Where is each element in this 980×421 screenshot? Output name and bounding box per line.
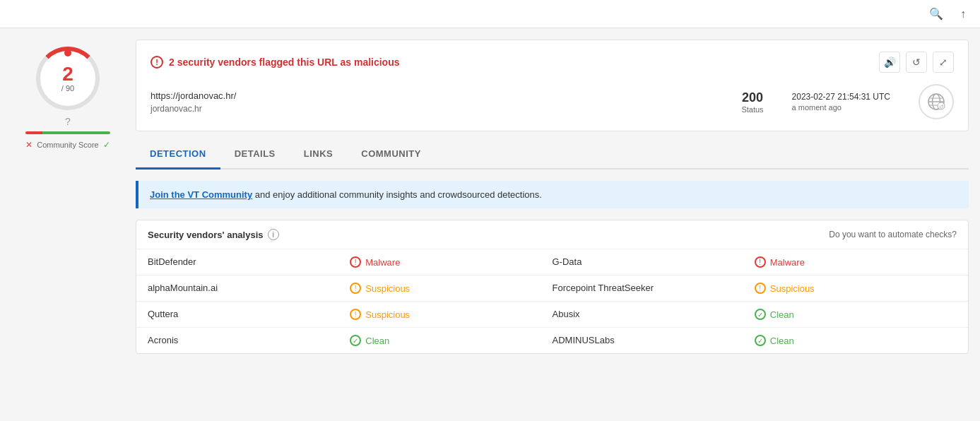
community-banner: Join the VT Community and enjoy addition…	[136, 181, 969, 208]
verdict-icon: ✓	[350, 335, 361, 346]
verdict-icon-2: !	[755, 283, 766, 294]
verdict-icon-2: ✓	[755, 309, 766, 320]
table-row: BitDefender ! Malware G-Data ! Malware	[136, 249, 968, 275]
verdict-text: Clean	[365, 336, 389, 346]
verdict-text-2: Suspicious	[770, 283, 815, 294]
globe-icon: ↺	[919, 84, 954, 119]
verdict-cell: ! Suspicious	[350, 309, 552, 320]
alert-datetime: 2023-02-27 21:54:31 UTC a moment ago	[792, 92, 890, 112]
vendor-list: BitDefender ! Malware G-Data ! Malware a…	[136, 249, 968, 353]
alert-actions: 🔊 ↺ ⤢	[879, 52, 954, 73]
top-bar: 🔍 ↑	[0, 0, 980, 28]
alert-status: 200 Status	[741, 90, 763, 114]
community-banner-text: and enjoy additional community insights …	[252, 189, 542, 200]
table-row: alphaMountain.ai ! Suspicious Forcepoint…	[136, 275, 968, 302]
verdict-cell: ✓ Clean	[350, 335, 552, 346]
datetime-text: 2023-02-27 21:54:31 UTC	[792, 92, 890, 102]
security-title-text: Security vendors' analysis	[148, 230, 264, 240]
table-row: Quttera ! Suspicious Abusix ✓ Clean	[136, 302, 968, 328]
tabs: DETECTION DETAILS LINKS COMMUNITY	[136, 140, 969, 170]
verdict-icon-2: ✓	[755, 335, 766, 346]
alert-url-sub: jordanovac.hr	[150, 104, 713, 114]
table-row: Acronis ✓ Clean ADMINUSLabs ✓ Clean	[136, 328, 968, 353]
score-dot	[64, 49, 71, 57]
x-icon: ✕	[25, 140, 33, 150]
verdict-text-2: Malware	[770, 257, 805, 268]
verdict-icon-2: !	[755, 256, 766, 268]
verdict-icon: !	[350, 309, 361, 320]
alert-header: ! 2 security vendors flagged this URL as…	[150, 52, 954, 73]
tab-community[interactable]: COMMUNITY	[347, 140, 435, 170]
info-icon[interactable]: i	[268, 229, 279, 240]
score-circle: 2 / 90	[36, 47, 100, 110]
vendor-name: Quttera	[148, 309, 350, 320]
security-header: Security vendors' analysis i Do you want…	[136, 220, 968, 249]
vendor-name-2: Forcepoint ThreatSeeker	[553, 283, 755, 294]
alert-title: ! 2 security vendors flagged this URL as…	[150, 56, 400, 69]
verdict-text: Malware	[365, 257, 400, 268]
search-icon[interactable]: 🔍	[926, 4, 946, 24]
vendor-name: BitDefender	[148, 256, 350, 268]
refresh-icon[interactable]: ↺	[906, 52, 927, 73]
score-bar	[25, 131, 110, 134]
verdict-text-2: Clean	[770, 336, 794, 346]
alert-icon: !	[150, 56, 163, 69]
alert-url-main: https://jordanovac.hr/	[150, 90, 713, 101]
vendor-name-2: Abusix	[553, 309, 755, 320]
tab-detection[interactable]: DETECTION	[136, 140, 220, 170]
score-total: / 90	[61, 84, 74, 93]
expand-icon[interactable]: ⤢	[933, 52, 954, 73]
score-panel: 2 / 90 ? ✕ Community Score ✓	[11, 40, 124, 354]
score-label-row: ✕ Community Score ✓	[25, 140, 110, 150]
community-score-label: Community Score	[37, 141, 98, 149]
verdict-icon: !	[350, 256, 361, 268]
vendor-name-2: ADMINUSLabs	[553, 335, 755, 346]
tab-links[interactable]: LINKS	[290, 140, 348, 170]
verdict-cell-2: ✓ Clean	[755, 309, 957, 320]
automate-link[interactable]: Do you want to automate checks?	[829, 230, 957, 239]
svg-text:↺: ↺	[939, 104, 944, 110]
verdict-cell: ! Suspicious	[350, 283, 552, 294]
verdict-cell-2: ! Suspicious	[755, 283, 957, 294]
status-code: 200	[741, 90, 763, 105]
score-number: 2	[62, 64, 73, 84]
timeago-text: a moment ago	[792, 103, 890, 112]
alert-box: ! 2 security vendors flagged this URL as…	[136, 40, 969, 131]
main-content: 2 / 90 ? ✕ Community Score ✓ ! 2 securit…	[0, 28, 980, 365]
security-header-title: Security vendors' analysis i	[148, 229, 279, 240]
check-icon: ✓	[103, 140, 110, 150]
join-community-link[interactable]: Join the VT Community	[150, 189, 252, 200]
alert-urls: https://jordanovac.hr/ jordanovac.hr	[150, 90, 713, 114]
status-label: Status	[741, 105, 763, 114]
audio-icon[interactable]: 🔊	[879, 52, 900, 73]
verdict-text-2: Clean	[770, 309, 794, 320]
alert-details: https://jordanovac.hr/ jordanovac.hr 200…	[150, 84, 954, 119]
upload-icon[interactable]: ↑	[953, 4, 973, 24]
alert-title-text: 2 security vendors flagged this URL as m…	[169, 57, 400, 68]
right-panel: ! 2 security vendors flagged this URL as…	[136, 40, 969, 354]
score-question: ?	[65, 116, 71, 127]
verdict-cell-2: ! Malware	[755, 256, 957, 268]
security-section: Security vendors' analysis i Do you want…	[136, 220, 969, 354]
verdict-cell-2: ✓ Clean	[755, 335, 957, 346]
verdict-text: Suspicious	[365, 283, 410, 294]
verdict-text: Suspicious	[365, 309, 410, 320]
tab-details[interactable]: DETAILS	[220, 140, 290, 170]
vendor-name-2: G-Data	[553, 256, 755, 268]
vendor-name: Acronis	[148, 335, 350, 346]
verdict-cell: ! Malware	[350, 256, 552, 268]
verdict-icon: !	[350, 283, 361, 294]
vendor-name: alphaMountain.ai	[148, 283, 350, 294]
